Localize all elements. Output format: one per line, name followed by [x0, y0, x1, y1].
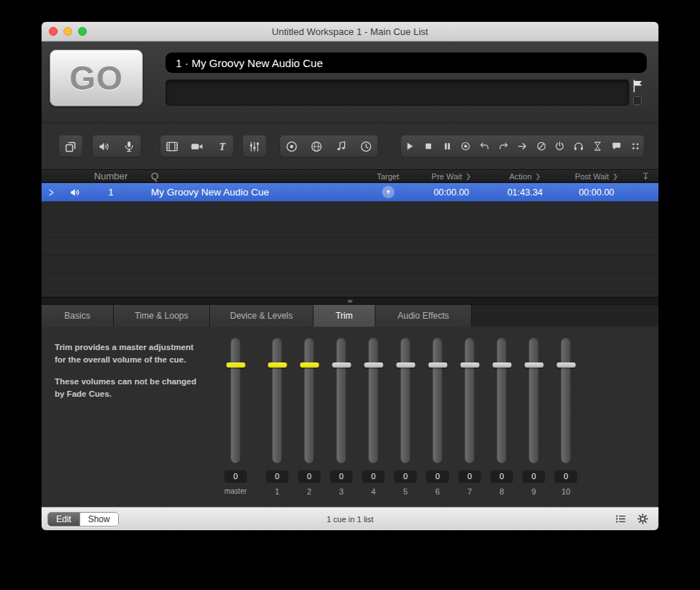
trim-value[interactable]: 0 — [491, 470, 513, 483]
trim-slider-handle[interactable] — [226, 362, 245, 368]
column-post-wait[interactable]: Post Wait — [561, 172, 632, 181]
trim-slider-track[interactable] — [529, 338, 539, 463]
midi-cue-button[interactable] — [329, 135, 354, 158]
trim-slider-handle[interactable] — [364, 362, 383, 368]
trim-slider-handle[interactable] — [524, 362, 543, 368]
load-icon — [517, 141, 528, 152]
timecode-cue-button[interactable] — [354, 135, 378, 158]
tab-time-loops[interactable]: Time & Loops — [114, 305, 210, 327]
wait-button[interactable] — [588, 135, 607, 158]
tab-trim[interactable]: Trim — [314, 305, 376, 327]
cue-post-wait: 00:00.00 — [561, 187, 632, 198]
devamp-button[interactable] — [532, 135, 551, 158]
fade-cue-button[interactable] — [242, 135, 267, 158]
trim-slider-track[interactable] — [433, 338, 443, 463]
trim-slider-track[interactable] — [465, 338, 475, 463]
minimize-button[interactable] — [63, 27, 72, 36]
power-button[interactable] — [551, 135, 569, 158]
trim-slider-handle[interactable] — [556, 362, 575, 368]
trim-value[interactable]: 0 — [330, 470, 353, 483]
osc-cue-button[interactable] — [279, 135, 304, 158]
record-button[interactable] — [456, 135, 475, 158]
video-cue-button[interactable] — [160, 135, 184, 158]
trim-slider-handle[interactable] — [460, 362, 479, 368]
mode-show-button[interactable]: Show — [79, 513, 118, 526]
trim-slider-track[interactable] — [305, 338, 314, 463]
column-pre-wait[interactable]: Pre Wait — [413, 172, 489, 181]
trim-slider-track[interactable] — [401, 338, 411, 463]
empty-cue-list-area — [42, 201, 658, 297]
mic-cue-button[interactable] — [117, 135, 141, 158]
pause-button[interactable] — [438, 135, 456, 158]
text-cue-button[interactable]: T — [209, 135, 234, 158]
trim-value[interactable]: 0 — [266, 470, 289, 483]
cue-lists-icon[interactable] — [615, 513, 627, 525]
cue-name-field[interactable] — [166, 53, 647, 73]
trim-channel-label: 7 — [457, 487, 482, 496]
camera-cue-button[interactable] — [184, 135, 209, 158]
tab-device-levels[interactable]: Device & Levels — [210, 305, 314, 327]
trim-channel-8: 08 — [489, 327, 514, 507]
zoom-button[interactable] — [78, 27, 87, 36]
trim-slider-handle[interactable] — [300, 362, 319, 368]
column-number-label: Number — [94, 171, 128, 182]
transport-tools — [400, 135, 645, 158]
trim-slider-handle[interactable] — [396, 362, 415, 368]
settings-gear-icon[interactable] — [637, 513, 649, 525]
trim-value[interactable]: 0 — [459, 470, 481, 483]
trim-channel-label: 8 — [489, 487, 514, 496]
trim-value[interactable]: 0 — [394, 470, 417, 483]
tab-audio-effects[interactable]: Audio Effects — [376, 305, 472, 327]
column-number[interactable]: Number — [90, 171, 132, 182]
trim-value[interactable]: 0 — [362, 470, 385, 483]
trim-slider-track[interactable] — [273, 338, 282, 463]
network-cue-button[interactable] — [304, 135, 329, 158]
trim-slider-handle[interactable] — [332, 362, 351, 368]
all-cues-button[interactable] — [626, 135, 645, 158]
audio-cue-button[interactable] — [92, 135, 117, 158]
trim-slider-track[interactable] — [337, 338, 346, 463]
flag-checkbox[interactable] — [633, 96, 642, 105]
mode-edit-button[interactable]: Edit — [48, 513, 79, 526]
inspector-tabs: BasicsTime & LoopsDevice & LevelsTrimAud… — [42, 305, 658, 327]
trim-slider-track[interactable] — [231, 338, 241, 463]
notes-button[interactable] — [607, 135, 626, 158]
notes-icon — [611, 141, 622, 152]
trim-channel-label: 5 — [393, 487, 418, 496]
trim-channel-1: 01 — [265, 327, 289, 507]
preview-button[interactable] — [569, 135, 588, 158]
notes-field[interactable] — [166, 79, 629, 106]
trim-channel-9: 09 — [521, 327, 546, 507]
trim-slider-handle[interactable] — [492, 362, 511, 368]
redo-button[interactable] — [494, 135, 513, 158]
trim-slider-handle[interactable] — [428, 362, 447, 368]
trim-slider-track[interactable] — [497, 338, 507, 463]
flag-icon[interactable] — [631, 78, 645, 94]
load-button[interactable] — [513, 135, 532, 158]
undo-icon — [479, 141, 490, 152]
cue-row[interactable]: 1My Groovy New Audio Cue00:00.0001:43.34… — [42, 183, 658, 201]
undo-button[interactable] — [475, 135, 494, 158]
trim-value[interactable]: 0 — [225, 470, 247, 483]
trim-slider-handle[interactable] — [268, 362, 287, 368]
trim-value[interactable]: 0 — [555, 470, 578, 483]
column-options[interactable] — [632, 171, 658, 181]
column-q[interactable]: Q — [132, 171, 362, 182]
tab-basics[interactable]: Basics — [42, 305, 114, 327]
group-cue-button[interactable] — [58, 135, 83, 158]
pause-icon — [442, 141, 453, 152]
panel-splitter[interactable] — [42, 297, 658, 305]
cue-action: 01:43.34 — [489, 187, 561, 198]
trim-value[interactable]: 0 — [298, 470, 321, 483]
column-action[interactable]: Action — [489, 172, 561, 181]
trim-slider-track[interactable] — [561, 338, 571, 463]
close-button[interactable] — [49, 27, 58, 36]
cue-target-button[interactable] — [362, 186, 413, 198]
stop-button[interactable] — [419, 135, 438, 158]
column-target[interactable]: Target — [362, 172, 413, 181]
trim-slider-track[interactable] — [369, 338, 378, 463]
trim-value[interactable]: 0 — [523, 470, 545, 483]
trim-value[interactable]: 0 — [427, 470, 449, 483]
play-button[interactable] — [400, 135, 419, 158]
go-button[interactable]: GO — [50, 50, 143, 106]
